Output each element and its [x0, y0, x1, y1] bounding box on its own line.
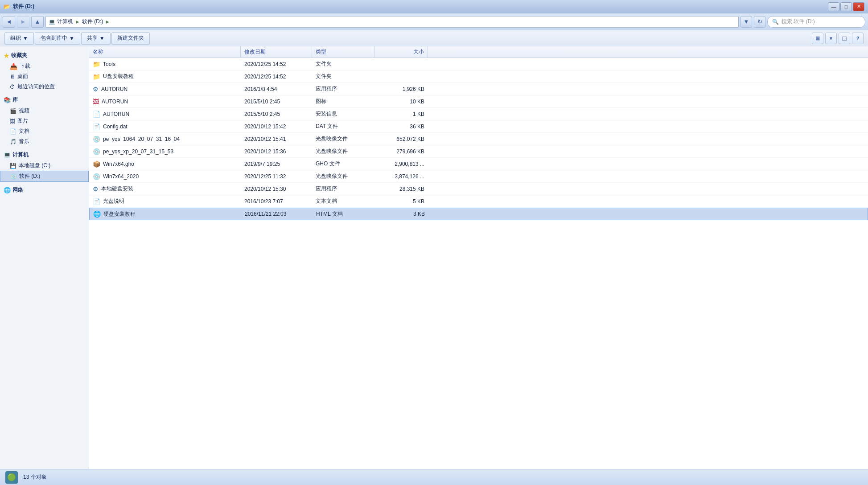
- back-button[interactable]: ◄: [3, 16, 15, 28]
- table-row[interactable]: ⚙ AUTORUN 2016/1/8 4:54 应用程序 1,926 KB: [89, 83, 868, 95]
- dropdown-button[interactable]: ▼: [740, 16, 752, 28]
- organize-label: 组织: [10, 34, 21, 42]
- up-button[interactable]: ▲: [31, 16, 44, 28]
- refresh-button[interactable]: ↻: [754, 16, 765, 28]
- sidebar-item-document[interactable]: 📄 文档: [0, 126, 89, 136]
- table-row[interactable]: 📄 AUTORUN 2015/5/10 2:45 安装信息 1 KB: [89, 108, 868, 120]
- sidebar-item-recent[interactable]: ⏱ 最近访问的位置: [0, 82, 89, 92]
- table-row[interactable]: 🖼 AUTORUN 2015/5/10 2:45 图标 10 KB: [89, 95, 868, 108]
- library-label: 库: [12, 96, 18, 104]
- new-folder-button[interactable]: 新建文件夹: [111, 32, 150, 45]
- organize-button[interactable]: 组织 ▼: [4, 32, 34, 45]
- file-date-cell: 2020/10/12 15:36: [241, 148, 312, 155]
- file-size-cell: 652,072 KB: [374, 136, 428, 142]
- file-icon: ⚙: [93, 185, 99, 193]
- file-name-text: pe_yqs_xp_20_07_31_15_53: [103, 148, 173, 155]
- table-row[interactable]: 📁 Tools 2020/12/25 14:52 文件夹: [89, 58, 868, 70]
- sidebar-item-drive-d[interactable]: 💿 软件 (D:): [0, 171, 89, 182]
- file-date-cell: 2016/10/23 7:07: [241, 198, 312, 205]
- address-path[interactable]: 💻 计算机 ► 软件 (D:) ►: [45, 16, 739, 28]
- view-details-button[interactable]: ▼: [825, 33, 837, 44]
- sidebar-item-music[interactable]: 🎵 音乐: [0, 136, 89, 147]
- downloads-label: 下载: [20, 62, 30, 70]
- maximize-button[interactable]: □: [840, 2, 852, 11]
- sidebar-item-picture[interactable]: 🖼 图片: [0, 116, 89, 126]
- file-icon: 🖼: [93, 98, 99, 105]
- sidebar-item-downloads[interactable]: 📥 下载: [0, 61, 89, 71]
- search-box[interactable]: 🔍 搜索 软件 (D:): [767, 16, 865, 28]
- view-toggle-button[interactable]: ▦: [812, 33, 823, 44]
- file-date-cell: 2016/1/8 4:54: [241, 86, 312, 92]
- star-icon: ★: [4, 52, 9, 59]
- table-row[interactable]: 📄 Config.dat 2020/10/12 15:42 DAT 文件 36 …: [89, 120, 868, 133]
- col-size-header[interactable]: 大小: [374, 46, 428, 58]
- favorites-header[interactable]: ★ 收藏夹: [0, 50, 89, 61]
- computer-label: 计算机: [12, 151, 29, 159]
- network-header[interactable]: 🌐 网络: [0, 185, 89, 196]
- file-list: 📁 Tools 2020/12/25 14:52 文件夹 📁 U盘安装教程 20…: [89, 58, 868, 220]
- preview-button[interactable]: □: [839, 33, 850, 44]
- sidebar-item-desktop[interactable]: 🖥 桌面: [0, 71, 89, 82]
- file-type-cell: 应用程序: [312, 85, 374, 93]
- col-date-header[interactable]: 修改日期: [241, 46, 312, 58]
- file-date-cell: 2020/10/12 15:30: [241, 186, 312, 192]
- sidebar-item-video[interactable]: 🎬 视频: [0, 106, 89, 116]
- file-size-cell: 36 KB: [374, 123, 428, 130]
- file-name-text: 光盘说明: [103, 197, 124, 205]
- col-name-header[interactable]: 名称: [89, 46, 241, 58]
- table-row[interactable]: 📁 U盘安装教程 2020/12/25 14:52 文件夹: [89, 70, 868, 83]
- computer-header[interactable]: 💻 计算机: [0, 149, 89, 160]
- file-icon: 💿: [93, 148, 100, 155]
- file-date-cell: 2020/12/25 14:52: [241, 61, 312, 67]
- file-date-cell: 2020/10/12 15:42: [241, 123, 312, 130]
- forward-button[interactable]: ►: [17, 16, 29, 28]
- file-icon: 💿: [93, 173, 100, 180]
- help-button[interactable]: ?: [852, 33, 864, 44]
- drive-d-label: 软件 (D:): [19, 173, 40, 180]
- share-button[interactable]: 共享 ▼: [81, 32, 111, 45]
- addressbar: ◄ ► ▲ 💻 计算机 ► 软件 (D:) ► ▼ ↻ 🔍 搜索 软件 (D:): [0, 13, 868, 30]
- table-row[interactable]: 🌐 硬盘安装教程 2016/11/21 22:03 HTML 文档 3 KB: [89, 208, 868, 220]
- content-area: 名称 修改日期 类型 大小 📁 Tools 2020/12/25 14:52 文…: [89, 46, 868, 469]
- file-date-cell: 2015/5/10 2:45: [241, 99, 312, 105]
- video-label: 视频: [19, 107, 29, 115]
- network-section: 🌐 网络: [0, 185, 89, 196]
- table-row[interactable]: 📦 Win7x64.gho 2019/9/7 19:25 GHO 文件 2,90…: [89, 158, 868, 170]
- close-button[interactable]: ✕: [853, 2, 864, 11]
- file-name-cell: 📄 Config.dat: [89, 123, 241, 130]
- file-size-cell: 1 KB: [374, 111, 428, 117]
- file-type-cell: DAT 文件: [312, 123, 374, 130]
- table-row[interactable]: 💿 pe_yqs_1064_20_07_31_16_04 2020/10/12 …: [89, 133, 868, 145]
- file-icon: 📁: [93, 73, 100, 80]
- file-icon: ⚙: [93, 86, 99, 93]
- table-row[interactable]: ⚙ 本地硬盘安装 2020/10/12 15:30 应用程序 28,315 KB: [89, 183, 868, 195]
- file-icon: 📁: [93, 61, 100, 68]
- file-name-text: Win7x64.gho: [103, 161, 134, 167]
- file-name-text: Win7x64_2020: [103, 173, 139, 180]
- picture-icon: 🖼: [10, 118, 15, 124]
- recent-label: 最近访问的位置: [17, 83, 55, 90]
- minimize-button[interactable]: —: [828, 2, 839, 11]
- sidebar-item-local-c[interactable]: 💾 本地磁盘 (C:): [0, 160, 89, 171]
- new-folder-label: 新建文件夹: [117, 34, 144, 42]
- file-type-cell: 光盘映像文件: [312, 173, 374, 180]
- computer-section: 💻 计算机 💾 本地磁盘 (C:) 💿 软件 (D:): [0, 149, 89, 182]
- table-row[interactable]: 💿 pe_yqs_xp_20_07_31_15_53 2020/10/12 15…: [89, 145, 868, 158]
- table-row[interactable]: 📄 光盘说明 2016/10/23 7:07 文本文档 5 KB: [89, 195, 868, 208]
- desktop-icon: 🖥: [10, 74, 15, 80]
- file-name-cell: 🖼 AUTORUN: [89, 98, 241, 105]
- col-type-header[interactable]: 类型: [312, 46, 374, 58]
- file-icon: 📦: [93, 160, 100, 168]
- file-name-text: Tools: [103, 61, 115, 67]
- library-header[interactable]: 📚 库: [0, 95, 89, 106]
- toolbar: 组织 ▼ 包含到库中 ▼ 共享 ▼ 新建文件夹 ▦ ▼ □ ?: [0, 30, 868, 46]
- file-name-text: 本地硬盘安装: [101, 185, 133, 193]
- table-row[interactable]: 💿 Win7x64_2020 2020/12/25 11:32 光盘映像文件 3…: [89, 170, 868, 183]
- document-label: 文档: [19, 127, 29, 135]
- titlebar-title: 📂 软件 (D:): [4, 3, 34, 10]
- include-library-button[interactable]: 包含到库中 ▼: [35, 32, 80, 45]
- sidebar: ★ 收藏夹 📥 下载 🖥 桌面 ⏱ 最近访问的位置 📚 库 �: [0, 46, 89, 469]
- file-icon: 💿: [93, 136, 100, 143]
- network-icon: 🌐: [4, 187, 11, 193]
- music-icon: 🎵: [10, 139, 16, 145]
